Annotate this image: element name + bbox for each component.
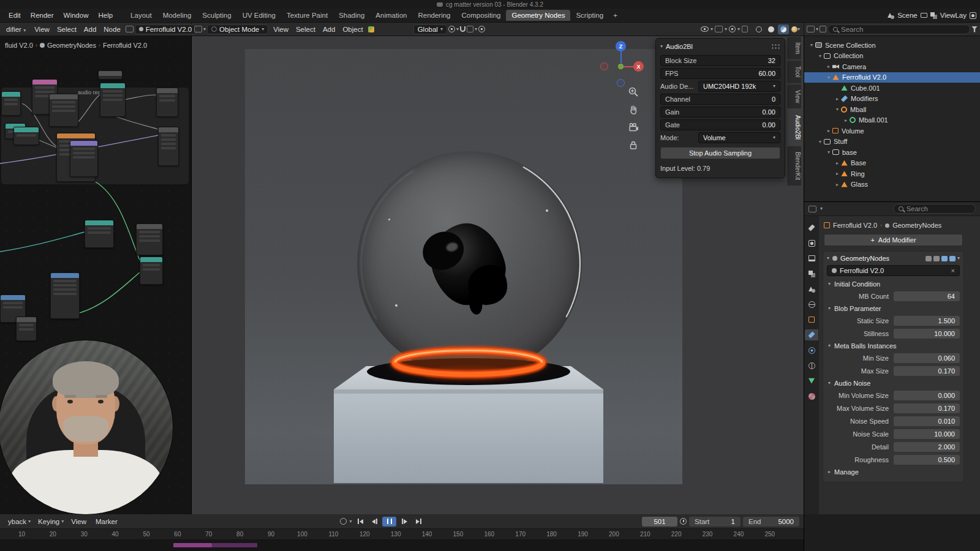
number-field[interactable]: Channel 0 xyxy=(660,94,780,105)
z-axis-ball[interactable]: Z xyxy=(616,41,626,51)
neg-z-axis-ball[interactable] xyxy=(617,79,625,87)
xray-toggle-icon[interactable] xyxy=(742,26,748,32)
menu-item[interactable]: Object xyxy=(339,24,366,34)
modifier-header[interactable]: ▾ GeometryNodes ▾ xyxy=(827,253,960,264)
properties-tab-render[interactable] xyxy=(805,238,818,249)
workspace-tab[interactable]: Rendering xyxy=(412,10,456,21)
outliner-row[interactable]: ▾ Stuff xyxy=(804,137,980,148)
menu-item[interactable]: Select xyxy=(292,24,319,34)
outliner-row[interactable]: ▾ Mball xyxy=(804,104,980,115)
editor-type-icon[interactable] xyxy=(194,26,202,32)
properties-tab-world[interactable] xyxy=(805,299,818,310)
property-value-field[interactable]: 0.000 xyxy=(894,391,960,400)
prev-keyframe-button[interactable] xyxy=(368,517,380,527)
number-field[interactable]: FPS 60.00 xyxy=(660,68,780,79)
menu-item[interactable]: Keying ▾ xyxy=(34,517,67,527)
properties-tab-data[interactable] xyxy=(805,375,818,386)
y-axis-ball[interactable] xyxy=(618,64,624,69)
shading-rendered-button[interactable]: ▾ xyxy=(790,24,801,34)
audio2bl-panel-header[interactable]: ▾ Audio2Bl xyxy=(660,42,780,53)
outliner-item-label[interactable]: Mball.001 xyxy=(859,116,888,124)
outliner[interactable]: ▾ Scene Collection ▾ Collection xyxy=(804,36,980,202)
pause-button[interactable] xyxy=(382,517,396,527)
expand-arrow-icon[interactable]: ▾ xyxy=(825,75,832,80)
property-value-field[interactable]: 0.170 xyxy=(894,366,960,376)
frame-end-field[interactable]: End 5000 xyxy=(743,517,799,527)
shading-material-button[interactable] xyxy=(778,24,789,34)
outliner-trail-icon[interactable] xyxy=(967,117,974,124)
x-axis-ball[interactable]: X xyxy=(633,61,644,72)
audio-device-select[interactable]: UMC204HD 192k ▾ xyxy=(698,81,780,92)
outliner-search-input[interactable]: Search xyxy=(827,24,970,34)
camera-view-icon[interactable] xyxy=(628,122,639,133)
section-header[interactable]: ▾ Initial Condition xyxy=(827,278,960,290)
outliner-item-label[interactable]: Mball xyxy=(850,106,866,113)
realtime-toggle-icon[interactable] xyxy=(941,256,948,261)
snap-target-icon[interactable] xyxy=(467,26,473,32)
section-header[interactable]: ▸ Manage xyxy=(827,466,960,478)
node[interactable] xyxy=(156,88,178,117)
property-value-field[interactable]: 2.000 xyxy=(894,442,960,452)
jump-to-start-button[interactable] xyxy=(354,517,366,527)
section-header[interactable]: ▾ Blob Parameter xyxy=(827,302,960,314)
node-group-field[interactable]: Ferrofluid V2.0 × xyxy=(827,265,960,276)
menu-item[interactable]: Add xyxy=(80,24,100,34)
outliner-row[interactable]: Cube.001 xyxy=(804,83,980,94)
breadcrumb-item[interactable]: Ferrofluid V2.0 xyxy=(833,222,877,229)
properties-tab-modifiers[interactable] xyxy=(805,329,818,340)
outliner-row[interactable]: ▸ Volume xyxy=(804,126,980,137)
display-mode-icon[interactable] xyxy=(820,26,826,32)
outliner-trail-icon[interactable] xyxy=(967,127,974,134)
property-value-field[interactable]: 0.010 xyxy=(894,416,960,426)
expand-arrow-icon[interactable]: ▾ xyxy=(825,149,832,155)
workspace-tab[interactable]: Layout xyxy=(125,10,157,21)
properties-search-input[interactable]: Search xyxy=(893,204,976,214)
workspace-tab[interactable]: Modeling xyxy=(157,10,197,21)
outliner-trail-icon[interactable] xyxy=(967,170,974,177)
zoom-icon[interactable] xyxy=(628,86,639,97)
outliner-item-label[interactable]: Volume xyxy=(842,127,864,135)
navigation-gizmo[interactable]: Z X xyxy=(593,41,651,92)
shading-solid-button[interactable] xyxy=(766,24,777,34)
outliner-trail-icon[interactable] xyxy=(957,170,964,177)
outliner-item-label[interactable]: Base xyxy=(851,159,866,167)
property-value-field[interactable]: 10.000 xyxy=(894,429,960,439)
overlays-icon[interactable] xyxy=(729,26,736,32)
properties-tab-material[interactable] xyxy=(805,391,818,402)
properties-tab-output[interactable] xyxy=(805,253,818,264)
outliner-row[interactable]: ▾ Scene Collection xyxy=(804,40,980,51)
workspace-tab[interactable]: Sculpting xyxy=(197,10,236,21)
current-frame-field[interactable]: 501 xyxy=(642,517,677,527)
expand-arrow-icon[interactable]: ▸ xyxy=(842,118,850,123)
mode-select[interactable]: Volume ▾ xyxy=(698,132,780,143)
sidebar-tab[interactable]: Tool xyxy=(787,61,801,83)
property-value-field[interactable]: 0.500 xyxy=(894,455,960,465)
menu-item[interactable]: Node xyxy=(100,24,124,34)
node[interactable] xyxy=(98,70,123,80)
node[interactable] xyxy=(158,127,179,166)
extras-menu-icon[interactable]: ▾ xyxy=(957,256,960,261)
outliner-item-label[interactable]: Ferrofluid V2.0 xyxy=(842,73,886,81)
outliner-row[interactable]: ▸ Ring xyxy=(804,168,980,179)
expand-arrow-icon[interactable]: ▾ xyxy=(816,139,824,144)
expand-arrow-icon[interactable]: ▸ xyxy=(825,128,832,133)
menu-item[interactable]: View xyxy=(270,24,292,34)
menu-item[interactable]: yback ▾ xyxy=(4,517,34,527)
outliner-row[interactable]: ▾ Collection xyxy=(804,51,980,62)
outliner-trail-icon[interactable] xyxy=(967,63,974,70)
view-layer-selector[interactable]: ViewLay xyxy=(940,12,967,19)
add-workspace-button[interactable]: + xyxy=(609,10,622,21)
properties-tab-object[interactable] xyxy=(805,314,818,325)
section-header[interactable]: ▾ Audio Noise xyxy=(827,377,960,389)
workspace-tab[interactable]: Shading xyxy=(333,10,370,21)
node[interactable] xyxy=(1,91,21,116)
breadcrumb-item[interactable]: fluid V2.0 xyxy=(5,42,33,49)
property-value-field[interactable]: 1.500 xyxy=(894,316,960,326)
section-header[interactable]: ▾ Meta Balls Instances xyxy=(827,340,960,351)
workspace-tab[interactable]: Scripting xyxy=(570,10,609,21)
menu-item[interactable]: Edit xyxy=(4,10,26,20)
shading-wireframe-button[interactable] xyxy=(753,24,764,34)
render-toggle-icon[interactable] xyxy=(949,256,956,261)
modifier-name[interactable]: GeometryNodes xyxy=(840,255,889,262)
node[interactable] xyxy=(13,127,39,145)
